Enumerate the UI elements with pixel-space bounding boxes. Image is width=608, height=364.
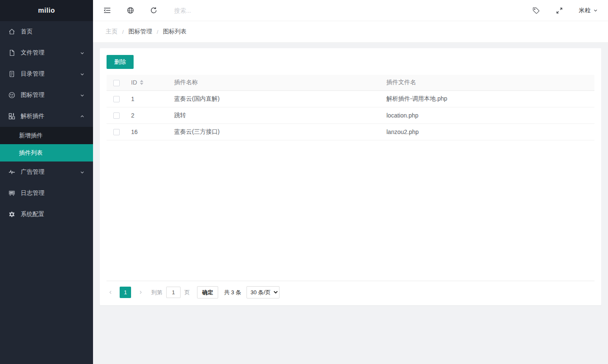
username: 米粒 xyxy=(579,7,591,14)
app-logo: milio xyxy=(0,0,93,21)
sidebar-item-label: 图标管理 xyxy=(21,91,79,99)
monitor-icon xyxy=(8,190,15,197)
plugin-table: ID 插件名称 插件文件名 1 蓝奏云(国内直解) 解析插件-调用本地.php xyxy=(107,75,594,140)
header-checkbox-cell xyxy=(107,75,126,90)
submenu-item-plugin-list[interactable]: 插件列表 xyxy=(0,144,93,161)
page-size-select[interactable]: 30 条/页 xyxy=(246,286,279,298)
pagination: 1 到第 页 确定 共 3 条 30 条/页 xyxy=(107,281,594,298)
sidebar-item-logs[interactable]: 日志管理 xyxy=(0,183,93,204)
sidebar-item-plugins[interactable]: 解析插件 xyxy=(0,106,93,127)
sidebar-item-label: 首页 xyxy=(21,28,85,36)
chevron-down-icon xyxy=(79,170,85,175)
smiley-icon xyxy=(8,92,15,99)
cell-plugin-name: 跳转 xyxy=(169,107,381,123)
cell-plugin-file: lanzou2.php xyxy=(381,123,594,140)
row-checkbox-cell xyxy=(107,107,126,123)
document-icon xyxy=(8,71,15,77)
submenu-item-label: 新增插件 xyxy=(19,132,43,140)
sidebar-item-label: 解析插件 xyxy=(21,112,79,120)
confirm-page-button[interactable]: 确定 xyxy=(197,286,218,298)
cell-plugin-file: 解析插件-调用本地.php xyxy=(381,90,594,107)
breadcrumb-separator: / xyxy=(157,29,159,35)
cell-id: 16 xyxy=(126,123,169,140)
gear-icon xyxy=(8,211,15,218)
sidebar-item-label: 日志管理 xyxy=(21,189,85,197)
row-checkbox-cell xyxy=(107,123,126,140)
chevron-down-icon xyxy=(593,8,598,13)
breadcrumb: 主页 / 图标管理 / 图标列表 xyxy=(93,21,608,43)
blocks-icon xyxy=(8,113,15,120)
sidebar-item-label: 文件管理 xyxy=(21,49,79,57)
topbar: 米粒 xyxy=(93,0,608,21)
sidebar-item-directories[interactable]: 目录管理 xyxy=(0,63,93,85)
topbar-right: 米粒 xyxy=(532,7,598,14)
breadcrumb-separator: / xyxy=(122,29,124,35)
total-count-label: 共 3 条 xyxy=(224,289,241,296)
plugin-list-card: 删除 ID 插件名称 xyxy=(100,48,601,305)
table-header-row: ID 插件名称 插件文件名 xyxy=(107,75,594,90)
sidebar-item-files[interactable]: 文件管理 xyxy=(0,42,93,63)
chevron-down-icon xyxy=(79,50,85,55)
sidebar-item-label: 广告管理 xyxy=(21,168,79,176)
home-icon xyxy=(8,28,15,35)
next-page-button[interactable] xyxy=(137,287,144,298)
user-menu[interactable]: 米粒 xyxy=(579,7,598,14)
column-header-id[interactable]: ID xyxy=(126,75,169,90)
row-checkbox[interactable] xyxy=(113,96,120,102)
sidebar-item-label: 目录管理 xyxy=(21,70,79,78)
column-header-name: 插件名称 xyxy=(169,75,381,90)
breadcrumb-item-icon-mgmt[interactable]: 图标管理 xyxy=(129,28,152,36)
sidebar: milio 首页 文件管理 目录管理 xyxy=(0,0,93,364)
breadcrumb-item-home[interactable]: 主页 xyxy=(106,28,118,36)
column-header-label: ID xyxy=(131,79,137,86)
page-number-button[interactable]: 1 xyxy=(120,287,131,298)
cell-plugin-file: location.php xyxy=(381,107,594,123)
cell-id: 2 xyxy=(126,107,169,123)
main-area: 米粒 主页 / 图标管理 / 图标列表 删除 xyxy=(93,0,608,364)
prev-page-button[interactable] xyxy=(107,287,114,298)
collapse-menu-icon[interactable] xyxy=(103,7,111,14)
row-checkbox-cell xyxy=(107,90,126,107)
breadcrumb-item-icon-list: 图标列表 xyxy=(163,28,186,36)
pulse-icon xyxy=(8,169,15,175)
chevron-down-icon xyxy=(79,93,85,98)
sidebar-item-ads[interactable]: 广告管理 xyxy=(0,161,93,183)
topbar-left xyxy=(103,7,157,14)
sidebar-item-home[interactable]: 首页 xyxy=(0,21,93,42)
cell-id: 1 xyxy=(126,90,169,107)
page-unit-label: 页 xyxy=(184,289,190,296)
select-all-checkbox[interactable] xyxy=(113,80,120,86)
fullscreen-icon[interactable] xyxy=(556,7,563,14)
table-row: 2 跳转 location.php xyxy=(107,107,594,123)
plugins-submenu: 新增插件 插件列表 xyxy=(0,127,93,161)
table-row: 1 蓝奏云(国内直解) 解析插件-调用本地.php xyxy=(107,90,594,107)
submenu-item-add-plugin[interactable]: 新增插件 xyxy=(0,127,93,144)
globe-icon[interactable] xyxy=(126,7,134,14)
search-input[interactable] xyxy=(174,7,267,14)
content-area: 删除 ID 插件名称 xyxy=(93,43,608,364)
row-checkbox[interactable] xyxy=(113,112,120,119)
delete-button[interactable]: 删除 xyxy=(107,55,134,69)
chevron-down-icon xyxy=(79,71,85,77)
sidebar-nav: 首页 文件管理 目录管理 图标管理 xyxy=(0,21,93,364)
cell-plugin-name: 蓝奏云(国内直解) xyxy=(169,90,381,107)
refresh-icon[interactable] xyxy=(150,7,157,14)
column-header-file: 插件文件名 xyxy=(381,75,594,90)
sidebar-item-label: 系统配置 xyxy=(21,211,85,218)
sidebar-item-icons[interactable]: 图标管理 xyxy=(0,85,93,106)
cell-plugin-name: 蓝奏云(三方接口) xyxy=(169,123,381,140)
tag-icon[interactable] xyxy=(532,7,540,14)
sidebar-item-settings[interactable]: 系统配置 xyxy=(0,204,93,225)
submenu-item-label: 插件列表 xyxy=(19,149,43,157)
table-empty-space xyxy=(107,140,594,281)
goto-page-label: 到第 xyxy=(151,289,162,296)
chevron-up-icon xyxy=(79,114,85,119)
row-checkbox[interactable] xyxy=(113,129,120,135)
sort-icon[interactable] xyxy=(140,80,143,85)
table-row: 16 蓝奏云(三方接口) lanzou2.php xyxy=(107,123,594,140)
file-icon xyxy=(8,49,15,56)
page-number-input[interactable] xyxy=(166,287,181,298)
